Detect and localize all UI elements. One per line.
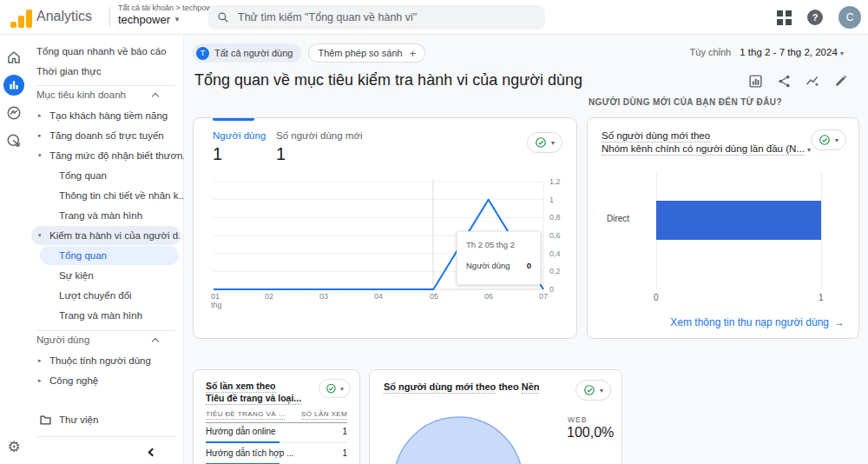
folder-icon [40, 414, 51, 425]
explore-icon[interactable] [3, 103, 24, 123]
x-tick: 01thg [211, 292, 230, 309]
product-name: Analytics [36, 9, 92, 24]
x-tick: 04 [369, 292, 388, 301]
report-nav: Tổng quan nhanh về báo cáo Thời gian thự… [28, 35, 184, 464]
nav-conversions[interactable]: Lượt chuyển đổi [28, 286, 184, 305]
all-users-chip[interactable]: T Tất cả người dùng [193, 43, 301, 63]
chevron-down-icon: ▾ [840, 50, 844, 57]
nav-events[interactable]: Sự kiện [28, 266, 184, 285]
help-icon[interactable]: ? [807, 10, 823, 25]
edit-pencil-icon[interactable] [833, 73, 849, 89]
nav-pages-screens-1[interactable]: Trang và màn hình [28, 206, 184, 225]
nav-behavior-overview-selected[interactable]: Tổng quan [40, 246, 179, 265]
add-comparison-chip[interactable]: Thêm phép so sánh + [308, 43, 425, 63]
account-switcher[interactable]: Tất cả tài khoản > techpower techpower▼ [118, 3, 219, 26]
new-users-source-card: Số người dùng mới theo Nhóm kênh chính c… [587, 117, 859, 339]
direct-bar[interactable] [656, 201, 821, 240]
x-tick: 0 [654, 293, 659, 302]
nav-user-attributes[interactable]: ▸Thuộc tính người dùng [28, 351, 184, 370]
nav-section-user[interactable]: Người dùng [28, 331, 184, 348]
nav-pages-screens-2[interactable]: Trang và màn hình [28, 306, 184, 325]
bar-category-label: Direct [607, 214, 629, 223]
data-quality-dropdown[interactable]: ▾ [811, 129, 846, 150]
property-name[interactable]: techpower [118, 13, 170, 26]
nav-generate-leads[interactable]: ▸Tạo khách hàng tiềm năng [28, 106, 184, 125]
legend-label: WEB [568, 415, 587, 424]
view-acquisition-link[interactable]: Xem thông tin thu nạp người dùng→ [670, 316, 845, 328]
insights-icon[interactable] [805, 73, 820, 89]
check-circle-icon [819, 134, 831, 146]
views-by-title-card: Số lần xem theo Tiêu đề trang và loại...… [193, 369, 360, 464]
chart-tooltip: Th 2 05 thg 2 Người dùng0 [457, 231, 541, 285]
reports-icon[interactable] [3, 75, 24, 96]
header-divider [109, 7, 110, 28]
nav-online-sales[interactable]: ▸Tăng doanh số trực tuyến [28, 126, 184, 145]
nav-reports-snapshot[interactable]: Tổng quan nhanh về báo cáo [28, 42, 184, 61]
nav-tech[interactable]: ▸Công nghệ [28, 371, 184, 390]
chevron-down-icon: ▾ [807, 146, 811, 154]
search-input[interactable] [238, 11, 524, 23]
segment-badge: T [196, 47, 209, 60]
left-icon-rail: ⚙ [0, 35, 28, 464]
nav-divider [36, 436, 175, 437]
nav-demographic-details[interactable]: Thông tin chi tiết về nhân k... [28, 186, 184, 205]
x-tick: 1 [819, 293, 824, 302]
customize-button[interactable]: Tùy chỉnh [690, 47, 732, 57]
users-line-chart [194, 118, 578, 340]
arrow-collapsed-icon: ▸ [38, 371, 42, 390]
nav-brand-overview[interactable]: Tổng quan [28, 166, 184, 185]
y-tick: 0,2 [549, 267, 561, 275]
arrow-expanded-icon: ▾ [38, 226, 42, 245]
date-range-picker[interactable]: 1 thg 2 - 7 thg 2, 2024 ▾ [740, 47, 844, 57]
legend-value: 100,0% [567, 425, 614, 441]
data-quality-dropdown[interactable]: ▾ [319, 379, 351, 398]
y-tick: 1,2 [549, 177, 561, 186]
all-users-chip-label: Tất cả người dùng [214, 48, 293, 58]
nav-brand-awareness[interactable]: ▾Tăng mức độ nhận biết thươn... [28, 146, 184, 165]
x-tick: 06 [479, 292, 498, 301]
card-title: Số lần xem theo Tiêu đề trang và loại... [206, 380, 301, 404]
arrow-collapsed-icon: ▸ [38, 106, 42, 125]
card-title: Số người dùng mới theo Nhóm kênh chính c… [602, 129, 811, 156]
nav-realtime[interactable]: Thời gian thực [28, 62, 184, 81]
apps-grid-icon[interactable] [777, 10, 792, 25]
search-icon [217, 11, 229, 23]
advertising-icon[interactable] [3, 130, 24, 151]
page-title: Tổng quan về mục tiêu kiểm tra hành vi c… [194, 71, 582, 89]
collapse-nav-icon[interactable] [148, 448, 157, 457]
table-row[interactable]: Hướng dẫn online 1 [206, 422, 347, 443]
arrow-collapsed-icon: ▸ [38, 351, 42, 370]
analytics-app: Analytics Tất cả tài khoản > techpower t… [0, 0, 868, 464]
nav-section-business-goals[interactable]: Mục tiêu kinh doanh [28, 86, 184, 103]
table-row[interactable]: Hướng dẫn tích hợp ... 1 [206, 444, 347, 464]
customize-report-icon[interactable] [747, 73, 763, 89]
home-icon[interactable] [3, 47, 24, 68]
right-panel-heading: NGƯỜI DÙNG MỚI CỦA BẠN ĐẾN TỪ ĐÂU? [589, 97, 782, 107]
arrow-collapsed-icon: ▸ [38, 126, 42, 145]
y-tick: 0,8 [549, 213, 561, 222]
chevron-down-icon: ▾ [835, 136, 838, 144]
add-comparison-label: Thêm phép so sánh [318, 48, 402, 58]
search-bar[interactable] [208, 5, 545, 30]
nav-user-behavior[interactable]: ▾Kiểm tra hành vi của người d... [31, 226, 181, 245]
analytics-logo-icon[interactable] [10, 7, 32, 28]
chevron-up-icon [152, 338, 159, 345]
x-tick: 03 [314, 292, 333, 301]
nav-library[interactable]: Thư viện [28, 410, 184, 429]
chevron-up-icon [152, 93, 159, 100]
users-overview-card: Người dùng 1 Số người dùng mới 1 ▾ 1,2 1… [193, 117, 577, 339]
avatar[interactable]: C [838, 6, 861, 29]
breadcrumb: Tất cả tài khoản > techpower [118, 3, 219, 12]
plus-icon: + [410, 47, 417, 60]
arrow-right-icon: → [834, 316, 845, 328]
settings-gear-icon[interactable]: ⚙ [3, 436, 24, 457]
top-header: Analytics Tất cả tài khoản > techpower t… [0, 0, 868, 35]
x-tick: 05 [424, 292, 444, 301]
x-tick: 07 [534, 292, 553, 301]
y-tick: 1 [549, 196, 554, 204]
share-icon[interactable] [776, 73, 792, 89]
y-tick: 0,4 [549, 249, 561, 258]
x-tick: 02 [260, 292, 279, 301]
gridline [821, 172, 822, 289]
new-users-by-platform-card: Số người dùng mới theo theo Nền ▾ WEB 10… [369, 369, 622, 464]
